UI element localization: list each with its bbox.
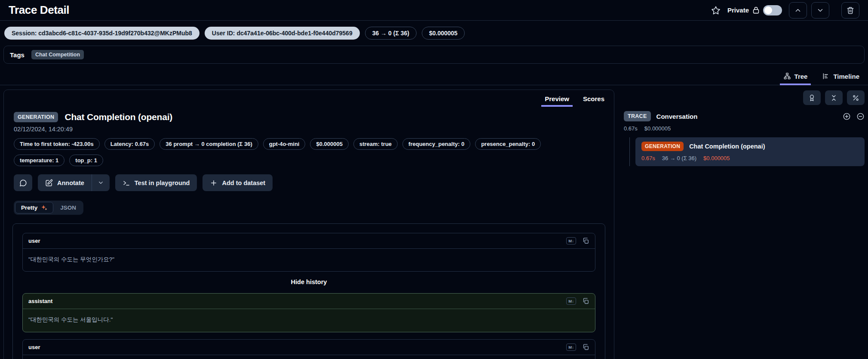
observation-metric-badge: Time to first token: -423.00s — [14, 138, 100, 150]
timeline-icon — [822, 72, 830, 80]
view-tabs: Tree Timeline — [0, 68, 868, 85]
plus-icon — [210, 179, 218, 187]
privacy-toggle[interactable] — [763, 5, 782, 15]
tab-json[interactable]: JSON — [54, 202, 82, 214]
page-title: Trace Detail — [9, 3, 69, 17]
sparkles-icon — [41, 204, 47, 211]
hide-history-button[interactable]: Hide history — [22, 279, 595, 285]
trace-node-controls — [843, 112, 865, 121]
message-header: userM↓ — [23, 340, 595, 355]
message-header: userM↓ — [23, 233, 595, 249]
observation-metric-badge: $0.000005 — [310, 138, 348, 150]
star-button[interactable] — [711, 6, 721, 15]
trace-tree-panel: TRACE Conversation 0.67s $0.000005 GENER… — [624, 90, 865, 166]
observation-metric-badge: top_p: 1 — [69, 155, 103, 166]
tags-list: Chat Competition — [31, 50, 84, 59]
observation-metric-badge: gpt-4o-mini — [263, 138, 306, 150]
plus-circle-icon — [843, 112, 851, 121]
next-trace-button[interactable] — [811, 2, 829, 19]
generation-node-metrics: 0.67s 36 → 0 (Σ 36) $0.000005 — [641, 155, 859, 161]
generation-tokens: 36 → 0 (Σ 36) — [662, 155, 696, 161]
observation-metric-badge: presence_penalty: 0 — [475, 138, 541, 150]
markdown-toggle-icon[interactable]: M↓ — [566, 297, 576, 305]
add-to-dataset-button[interactable]: Add to dataset — [202, 174, 273, 191]
privacy-control: Private — [727, 5, 782, 15]
message-block-user: userM↓"감사합니다 " — [22, 339, 595, 359]
trace-cost: $0.000005 — [644, 125, 671, 132]
session-badge[interactable]: Session: cd3abcd6-c81c-4037-935d-19d9f27… — [4, 27, 199, 40]
tab-timeline[interactable]: Timeline — [821, 70, 860, 85]
generation-latency: 0.67s — [641, 155, 655, 161]
tab-pretty[interactable]: Pretty — [15, 202, 53, 214]
trace-node[interactable]: TRACE Conversation — [624, 111, 865, 121]
collapse-all-button[interactable] — [825, 90, 843, 105]
message-content: "대한민국의 수도는 서울입니다." — [23, 309, 595, 331]
award-icon — [808, 94, 816, 102]
lock-icon — [752, 6, 760, 14]
comment-button[interactable] — [14, 174, 32, 191]
tab-timeline-label: Timeline — [833, 73, 859, 80]
privacy-label: Private — [727, 6, 749, 14]
tree-connector-line — [629, 137, 630, 166]
generation-node-title: Chat Completion (openai) — [689, 143, 765, 150]
annotate-dropdown-button[interactable] — [92, 174, 110, 191]
observation-actions: Annotate Test in playground Add to datas… — [4, 174, 614, 191]
playground-label: Test in playground — [135, 180, 190, 186]
fold-vertical-icon — [830, 94, 837, 102]
terminal-icon — [123, 179, 130, 187]
tab-pretty-label: Pretty — [21, 204, 37, 211]
message-actions: M↓ — [566, 237, 589, 244]
message-block-user: userM↓"대한민국의 수도는 무엇인가요?" — [22, 233, 595, 272]
tag-chip[interactable]: Chat Competition — [31, 50, 84, 59]
observation-timestamp: 02/12/2024, 14:20:49 — [4, 126, 614, 133]
expand-node-button[interactable] — [843, 112, 851, 121]
message-actions: M↓ — [566, 344, 589, 351]
tags-section: Tags Chat Competition — [3, 46, 865, 64]
comment-icon — [19, 179, 27, 187]
toggle-knob — [764, 6, 772, 14]
generation-cost: $0.000005 — [703, 155, 730, 161]
tree-icon — [783, 72, 791, 80]
generation-type-badge: GENERATION — [641, 142, 684, 151]
generation-node-header: GENERATION Chat Completion (openai) — [641, 142, 859, 151]
tree-panel-toolbar — [624, 90, 865, 105]
token-usage-badge: 36 → 0 (Σ 36) — [365, 27, 417, 40]
markdown-toggle-icon[interactable]: M↓ — [566, 344, 576, 351]
chevron-up-icon — [794, 6, 802, 14]
previous-trace-button[interactable] — [789, 2, 807, 19]
tab-tree[interactable]: Tree — [782, 70, 809, 85]
message-content: "대한민국의 수도는 무엇인가요?" — [23, 249, 595, 271]
annotate-label: Annotate — [57, 180, 84, 186]
trash-icon — [847, 6, 854, 14]
top-actions: Private — [711, 2, 859, 19]
user-id-badge[interactable]: User ID: dc47a41e-06bc-400d-bde1-f0e440d… — [205, 27, 360, 40]
observation-title: Chat Completion (openai) — [64, 112, 172, 122]
message-content: "감사합니다 " — [23, 355, 595, 359]
message-actions: M↓ — [566, 297, 589, 305]
trace-metrics: 0.67s $0.000005 — [624, 125, 865, 132]
trace-title: Conversation — [656, 113, 698, 120]
message-role-label: assistant — [28, 298, 52, 304]
percent-icon — [852, 94, 859, 102]
copy-icon[interactable] — [582, 297, 589, 305]
tab-scores[interactable]: Scores — [582, 93, 605, 107]
observation-metric-badge: 36 prompt → 0 completion (Σ 36) — [159, 138, 258, 150]
trace-latency: 0.67s — [624, 125, 638, 132]
copy-icon[interactable] — [582, 344, 589, 351]
generation-node[interactable]: GENERATION Chat Completion (openai) 0.67… — [635, 137, 865, 166]
collapse-node-button[interactable] — [856, 112, 865, 121]
trace-type-badge: TRACE — [624, 111, 651, 121]
message-header: assistantM↓ — [23, 294, 595, 309]
observation-metric-badge: temperature: 1 — [14, 155, 64, 166]
copy-icon[interactable] — [582, 237, 589, 244]
annotation-queue-button[interactable] — [803, 90, 821, 105]
observation-metric-badge: frequency_penalty: 0 — [402, 138, 470, 150]
annotate-button[interactable]: Annotate — [38, 174, 92, 191]
tab-preview[interactable]: Preview — [544, 93, 570, 107]
add-to-dataset-label: Add to dataset — [222, 180, 265, 186]
pen-square-icon — [45, 179, 53, 187]
show-metrics-button[interactable] — [847, 90, 865, 105]
markdown-toggle-icon[interactable]: M↓ — [566, 237, 576, 244]
delete-trace-button[interactable] — [841, 2, 859, 19]
playground-button[interactable]: Test in playground — [115, 174, 197, 191]
